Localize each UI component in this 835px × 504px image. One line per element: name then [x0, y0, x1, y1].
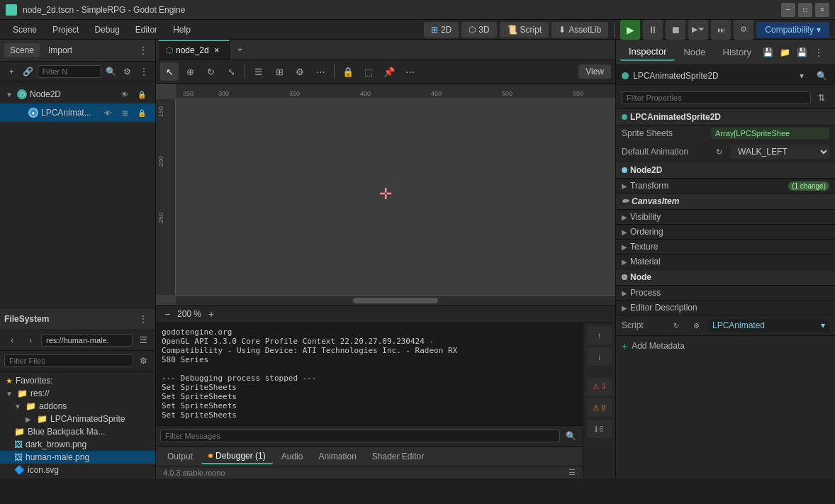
viewport[interactable]: 250 300 350 400 450 500 550 150 200 250 … — [156, 84, 615, 305]
console-tab-output[interactable]: Output — [160, 449, 200, 464]
fs-filter-options[interactable]: ⚙ — [135, 353, 151, 369]
fs-item-favorites[interactable]: ★ Favorites: — [0, 374, 155, 387]
fs-item-lpcsprite[interactable]: ▶ 📁 LPCAnimatedSprite — [0, 413, 155, 425]
zoom-out-button[interactable]: − — [160, 307, 174, 321]
node-selector[interactable]: LPCAnimatedSprite2D ▾ 🔍 — [616, 65, 835, 87]
console-up-button[interactable]: ↑ — [587, 326, 612, 345]
inspector-tab-history[interactable]: History — [714, 44, 760, 60]
material-subsection[interactable]: ▶ Material — [616, 254, 835, 269]
fs-forward-button[interactable]: › — [23, 332, 38, 348]
maximize-button[interactable]: □ — [798, 3, 812, 17]
fs-layout-button[interactable]: ☰ — [135, 332, 151, 348]
lpc-visibility-button[interactable]: 👁 — [100, 105, 116, 121]
toolbar-assetlib-button[interactable]: ⬇ AssetLib — [551, 22, 608, 38]
pause-button[interactable]: ⏸ — [643, 20, 663, 40]
more-tool-2[interactable]: ⋯ — [400, 62, 419, 81]
fs-menu-button[interactable]: ⋮ — [135, 311, 151, 327]
scene-filter-input[interactable] — [38, 65, 101, 78]
toolbar-script-button[interactable]: 📜 Script — [500, 22, 549, 38]
scene-filter-button[interactable]: ⚙ — [120, 64, 134, 79]
scene-menu-button[interactable]: ⋮ — [135, 43, 151, 58]
settings-button[interactable]: ⚙ — [734, 20, 753, 40]
console-tab-shader[interactable]: Shader Editor — [365, 449, 431, 464]
select-tool[interactable]: ↖ — [160, 62, 179, 81]
close-button[interactable]: × — [815, 3, 829, 17]
link-node-button[interactable]: 🔗 — [21, 64, 35, 79]
add-metadata-button[interactable]: + Add Metadata — [616, 335, 835, 356]
filter-properties-input[interactable] — [622, 91, 811, 104]
inspector-folder-button[interactable]: 📁 — [777, 45, 792, 60]
move-tool[interactable]: ⊕ — [181, 62, 199, 81]
console-down-button[interactable]: ↓ — [587, 347, 612, 366]
lpc-group-button[interactable]: ⊞ — [117, 105, 133, 121]
filter-properties-sort[interactable]: ⇅ — [814, 90, 829, 106]
editor-desc-subsection[interactable]: ▶ Editor Description — [616, 301, 835, 315]
node2d-visibility-button[interactable]: 👁 — [117, 86, 133, 102]
add-node-button[interactable]: + — [4, 64, 18, 79]
inspector-back-button[interactable]: ‹ — [828, 45, 835, 60]
list-tool[interactable]: ☰ — [250, 62, 268, 81]
console-tab-debugger[interactable]: Debugger (1) — [201, 449, 273, 464]
default-animation-select[interactable]: WALK_LEFT — [731, 145, 829, 159]
sprite-sheets-value[interactable]: Array[LPCSpriteShee — [711, 128, 829, 139]
horizontal-scrollbar[interactable] — [176, 295, 615, 305]
inspector-save2-button[interactable]: 💾 — [794, 45, 809, 60]
inspector-save-button[interactable]: 💾 — [760, 45, 775, 60]
filesystem-filter-input[interactable] — [4, 354, 133, 367]
process-subsection[interactable]: ▶ Process — [616, 286, 835, 301]
snap-tool[interactable]: ⊞ — [270, 62, 288, 81]
menu-scene[interactable]: Scene — [6, 22, 44, 38]
fs-item-backpack[interactable]: 📁 Blue Backpack Ma... — [0, 425, 155, 438]
console-warning-button[interactable]: ⚠ 0 — [587, 398, 612, 417]
scene-search-button[interactable]: 🔍 — [103, 64, 118, 79]
menu-editor[interactable]: Editor — [128, 22, 164, 38]
tab-close-button[interactable]: × — [212, 45, 222, 55]
visibility-subsection[interactable]: ▶ Visibility — [616, 210, 835, 225]
tree-item-node2d[interactable]: ▼ ⬡ Node2D 👁 🔒 — [0, 85, 155, 103]
inspector-more-button[interactable]: ⋮ — [811, 45, 826, 60]
fs-item-humanmale[interactable]: 🖼 human-male.png — [0, 451, 155, 464]
debug-run-button[interactable]: ▶⏷ — [688, 20, 708, 40]
fs-item-res[interactable]: ▼ 📁 res:// — [0, 387, 155, 400]
menu-project[interactable]: Project — [45, 22, 86, 38]
script-gear-button[interactable]: ⚙ — [688, 318, 704, 333]
fs-item-addons[interactable]: ▼ 📁 addons — [0, 400, 155, 413]
add-tab-button[interactable]: + — [232, 42, 248, 57]
console-filter-button[interactable]: 🔍 — [563, 428, 578, 444]
node-selector-search[interactable]: 🔍 — [814, 68, 829, 84]
filesystem-path-input[interactable] — [41, 334, 133, 347]
node2d-lock-button[interactable]: 🔒 — [134, 86, 150, 102]
console-error-button[interactable]: ⚠ 3 — [587, 377, 612, 396]
console-info-button[interactable]: ℹ 6 — [587, 420, 612, 438]
scale-tool[interactable]: ⤡ — [222, 62, 240, 81]
more-tool-1[interactable]: ⋯ — [311, 62, 330, 81]
step-button[interactable]: ⏭ — [711, 20, 731, 40]
stop-button[interactable]: ⏹ — [666, 20, 685, 40]
transform-subsection[interactable]: ▶ Transform (1 change) — [616, 179, 835, 194]
menu-debug[interactable]: Debug — [87, 22, 126, 38]
compatibility-button[interactable]: Compatibility ▾ — [756, 22, 829, 38]
ordering-subsection[interactable]: ▶ Ordering — [616, 225, 835, 240]
inspector-tab-node[interactable]: Node — [675, 44, 714, 60]
run-button[interactable]: ▶ — [620, 20, 640, 40]
console-tab-animation[interactable]: Animation — [311, 449, 363, 464]
scene-options-button[interactable]: ⋮ — [137, 64, 151, 79]
fs-back-button[interactable]: ‹ — [4, 332, 20, 348]
console-tab-audio[interactable]: Audio — [274, 449, 310, 464]
grid-tool[interactable]: ⚙ — [291, 62, 309, 81]
script-value[interactable]: LPCAnimated ▾ — [708, 319, 829, 332]
console-filter-input[interactable] — [160, 430, 560, 442]
rotate-tool[interactable]: ↻ — [201, 62, 220, 81]
script-reset-button[interactable]: ↻ — [668, 318, 684, 333]
fs-item-darkbrown[interactable]: 🖼 dark_brown.png — [0, 438, 155, 451]
lock-tool[interactable]: 🔒 — [339, 62, 357, 81]
menu-help[interactable]: Help — [166, 22, 198, 38]
lpc-lock-button[interactable]: 🔒 — [134, 105, 150, 121]
minimize-button[interactable]: − — [781, 3, 795, 17]
editor-tab-node2d[interactable]: ⬡ node_2d × — [159, 40, 230, 60]
toolbar-2d-button[interactable]: ⊞ 2D — [424, 22, 459, 38]
rect-tool[interactable]: ⬚ — [359, 62, 378, 81]
texture-subsection[interactable]: ▶ Texture — [616, 240, 835, 254]
node-selector-arrow[interactable]: ▾ — [794, 68, 809, 84]
toolbar-3d-button[interactable]: ⬡ 3D — [461, 22, 496, 38]
